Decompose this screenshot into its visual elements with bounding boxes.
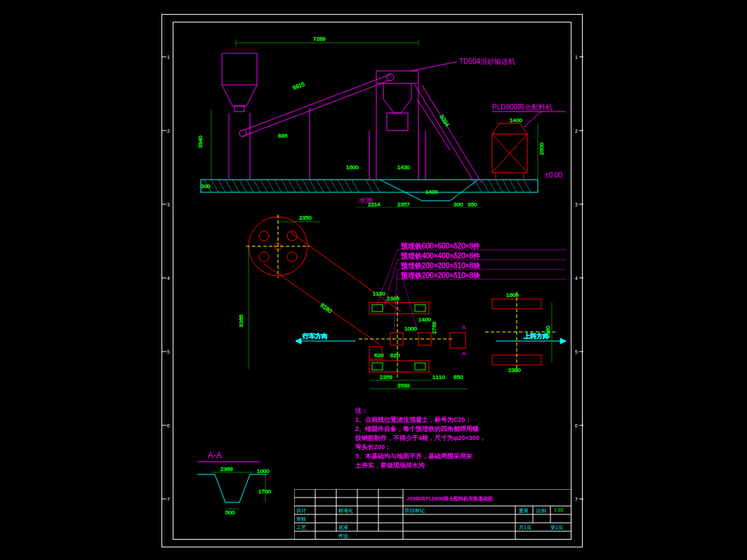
svg-line-43 bbox=[503, 180, 510, 192]
svg-text:A: A bbox=[462, 324, 466, 331]
svg-line-25 bbox=[275, 180, 282, 192]
dim-right-h1: 2600 bbox=[538, 142, 545, 155]
svg-line-21 bbox=[246, 180, 253, 192]
svg-line-20 bbox=[239, 180, 246, 192]
dim-left-h: 3940 bbox=[197, 135, 204, 148]
water-tank-label: 水池 bbox=[359, 196, 373, 204]
tb-approve: 批准 bbox=[338, 525, 348, 530]
svg-rect-93 bbox=[415, 305, 425, 312]
dim-right-h2: 1430 bbox=[397, 164, 410, 171]
svg-marker-126 bbox=[560, 338, 566, 344]
direction-left: 行车方向 bbox=[303, 333, 328, 340]
section-title: A-A bbox=[208, 451, 222, 460]
svg-rect-98 bbox=[372, 363, 383, 370]
svg-line-33 bbox=[331, 180, 338, 192]
svg-line-79 bbox=[524, 112, 541, 127]
tick-5: 5 bbox=[167, 349, 170, 354]
dim-pad1: 3588 bbox=[397, 382, 410, 389]
section-view: A-A 2368 1000 1700 500 bbox=[187, 450, 278, 527]
svg-line-17 bbox=[218, 180, 225, 192]
svg-rect-102 bbox=[450, 333, 465, 348]
embed1-label: 预埋铁600×600×δ20×8件 bbox=[401, 242, 480, 250]
sec-b: 500 bbox=[225, 509, 235, 516]
border-ticks-left: 1 2 3 4 5 6 7 bbox=[162, 55, 170, 502]
svg-line-27 bbox=[289, 180, 296, 192]
tick-r7: 7 bbox=[575, 497, 578, 502]
svg-rect-92 bbox=[372, 305, 383, 312]
tb-process: 工艺 bbox=[296, 525, 306, 530]
svg-rect-57 bbox=[387, 113, 408, 131]
svg-line-90 bbox=[291, 232, 401, 312]
dim-fw4: 1000 bbox=[404, 326, 417, 332]
svg-line-29 bbox=[303, 180, 310, 192]
svg-text:A: A bbox=[462, 350, 466, 356]
embed3-label: 预埋铁200×200×δ10×8块 bbox=[401, 262, 480, 269]
svg-rect-99 bbox=[415, 363, 425, 370]
svg-line-118 bbox=[383, 260, 397, 309]
loader-ramp bbox=[415, 85, 482, 183]
dim-fw2: 820 bbox=[390, 352, 400, 359]
direction-right: 上料方向 bbox=[524, 333, 549, 340]
svg-line-18 bbox=[225, 180, 232, 192]
svg-point-85 bbox=[287, 252, 297, 262]
tick-r6: 6 bbox=[575, 423, 578, 428]
tb-std: 标准化 bbox=[338, 508, 353, 513]
dim-fh1: 2768 bbox=[431, 321, 437, 334]
note-1: 1、点画线位置浇注混凝土，标号为C25； bbox=[355, 416, 472, 423]
note-4: 弯头长200； bbox=[355, 444, 391, 451]
svg-rect-48 bbox=[234, 106, 244, 112]
tick-2: 2 bbox=[167, 128, 170, 133]
svg-point-82 bbox=[259, 231, 269, 241]
plan-view: A A 2350 8366 8180 2380 bbox=[173, 208, 573, 390]
dim-lane2: 350 bbox=[468, 201, 477, 208]
tb-page: 第1页 bbox=[550, 525, 563, 531]
tb-scale-val: 1:80 bbox=[554, 507, 564, 512]
note-3: 纹钢筋制作，不得少于4根，尺寸为φ20×300， bbox=[355, 434, 486, 441]
svg-line-32 bbox=[324, 180, 331, 192]
tick-4: 4 bbox=[167, 276, 170, 281]
note-heading: 注： bbox=[355, 407, 368, 414]
svg-line-24 bbox=[267, 180, 275, 192]
dim-diag: 8180 bbox=[319, 302, 333, 314]
dim-plan-h: 8366 bbox=[238, 314, 244, 327]
tick-r3: 3 bbox=[575, 202, 578, 207]
sec-off: 1000 bbox=[257, 468, 270, 474]
dim-fw6: 850 bbox=[454, 374, 463, 380]
svg-rect-97 bbox=[369, 361, 429, 372]
note-6: 土夯实，要做现场排水沟 bbox=[355, 462, 425, 469]
svg-line-42 bbox=[496, 180, 503, 192]
dim-conveyor: 6915 bbox=[292, 81, 306, 91]
svg-line-44 bbox=[510, 180, 517, 192]
drawing-frame: 1 2 3 4 5 6 7 1 2 3 4 5 6 bbox=[161, 14, 583, 547]
svg-line-22 bbox=[253, 180, 260, 192]
tb-sheet: 共1页 bbox=[519, 525, 531, 531]
svg-line-30 bbox=[310, 180, 317, 192]
tick-r4: 4 bbox=[575, 276, 578, 281]
dim-pit-w2: 2357 bbox=[397, 201, 410, 208]
tick-r5: 5 bbox=[575, 349, 578, 354]
conveyor bbox=[239, 74, 394, 180]
embed2-label: 预埋铁400×400×δ20×8件 bbox=[401, 252, 480, 260]
tick-7: 7 bbox=[167, 497, 170, 502]
svg-line-37 bbox=[366, 180, 373, 192]
border-ticks-right: 1 2 3 4 5 6 7 bbox=[575, 55, 583, 502]
tick-3: 3 bbox=[167, 202, 170, 207]
dim-drop: 300 bbox=[201, 183, 211, 189]
mixer-foundation-plan bbox=[359, 295, 454, 380]
svg-line-26 bbox=[282, 180, 289, 192]
dim-fw7: 620 bbox=[374, 352, 384, 359]
svg-line-36 bbox=[352, 180, 359, 192]
dim-right-w: 1400 bbox=[510, 117, 522, 124]
mixer-tower bbox=[369, 71, 425, 180]
conveyor-label: TD504混砂输送机 bbox=[459, 58, 515, 65]
svg-line-35 bbox=[345, 180, 352, 192]
svg-line-52 bbox=[243, 80, 390, 136]
svg-line-62 bbox=[415, 85, 475, 183]
dim-rpad3: 2380 bbox=[508, 367, 521, 373]
dim-pit-depth: 1400 bbox=[425, 189, 438, 195]
dim-fw1: 2380 bbox=[387, 295, 399, 302]
svg-line-38 bbox=[373, 180, 380, 192]
svg-rect-91 bbox=[369, 302, 429, 314]
svg-marker-124 bbox=[296, 338, 301, 344]
tb-scale: 比例 bbox=[536, 508, 546, 513]
